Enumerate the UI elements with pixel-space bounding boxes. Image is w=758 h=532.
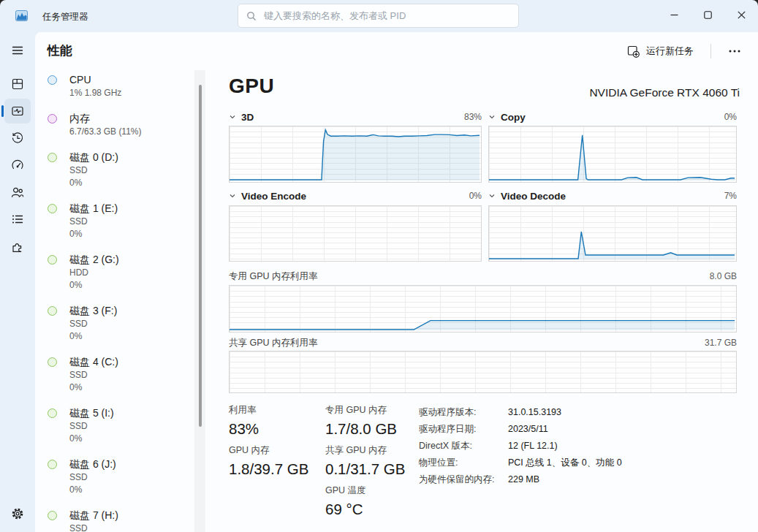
run-new-task-icon bbox=[627, 45, 640, 58]
detail-value: 12 (FL 12.1) bbox=[508, 438, 558, 455]
sidebar-item[interactable]: 磁盘 1 (E:) SSD0% bbox=[35, 202, 194, 240]
detail-value: 2023/5/11 bbox=[508, 421, 548, 438]
nav-performance-button[interactable] bbox=[4, 99, 31, 123]
nav-startup-apps-button[interactable] bbox=[4, 153, 31, 178]
stat-utilization: 利用率 83% bbox=[229, 404, 259, 438]
detail-row: 为硬件保留的内存: 229 MB bbox=[419, 471, 740, 488]
nav-settings-button[interactable] bbox=[4, 501, 31, 526]
sidebar-item-title: 磁盘 6 (J:) bbox=[69, 457, 116, 471]
sidebar-item[interactable]: 磁盘 0 (D:) SSD0% bbox=[35, 151, 194, 189]
mini-graph-icon bbox=[48, 153, 57, 162]
dedicated-memory-max: 8.0 GB bbox=[710, 271, 737, 281]
stat-label: GPU 内存 bbox=[229, 444, 308, 457]
processes-icon bbox=[11, 77, 24, 91]
detail-label: DirectX 版本: bbox=[419, 438, 508, 455]
sidebar-item[interactable]: 内存 6.7/63.3 GB (11%) bbox=[35, 112, 194, 138]
window-title: 任务管理器 bbox=[42, 11, 88, 23]
run-new-task-label: 运行新任务 bbox=[646, 45, 694, 58]
sidebar-item-detail: 0% bbox=[69, 279, 119, 292]
chevron-down-icon[interactable] bbox=[229, 113, 236, 121]
mini-graph-icon bbox=[48, 114, 57, 123]
detail-value: 31.0.15.3193 bbox=[508, 404, 561, 421]
sidebar-item-title: 磁盘 4 (C:) bbox=[69, 355, 118, 369]
detail-value: PCI 总线 1、设备 0、功能 0 bbox=[508, 455, 622, 471]
sidebar-item[interactable]: 磁盘 7 (H:) SSD bbox=[35, 509, 194, 532]
chart-video-decode bbox=[488, 205, 737, 262]
chart-copy bbox=[488, 126, 737, 183]
chart-name-video-encode: Video Encode bbox=[241, 191, 306, 202]
more-options-button[interactable] bbox=[721, 41, 748, 61]
sidebar-item-detail: SSD bbox=[69, 471, 116, 484]
chart-value-copy: 0% bbox=[724, 112, 737, 122]
sidebar-item-title: 磁盘 1 (E:) bbox=[69, 202, 118, 216]
mini-graph-icon bbox=[48, 408, 57, 418]
chevron-down-icon[interactable] bbox=[488, 192, 496, 200]
sidebar-item-title: 磁盘 0 (D:) bbox=[69, 151, 118, 164]
stat-value: 83% bbox=[229, 420, 259, 438]
page-title: 性能 bbox=[48, 42, 72, 59]
nav-app-history-button[interactable] bbox=[4, 126, 31, 151]
detail-row: 驱动程序日期: 2023/5/11 bbox=[419, 421, 740, 438]
sidebar-item-detail: SSD bbox=[69, 318, 117, 330]
sidebar-item-title: CPU bbox=[69, 73, 121, 87]
nav-services-button[interactable] bbox=[4, 234, 31, 259]
chart-dedicated-memory bbox=[229, 285, 737, 332]
stat-value: 69 °C bbox=[325, 501, 366, 518]
detail-label: 驱动程序日期: bbox=[419, 421, 508, 438]
ellipsis-icon bbox=[729, 50, 740, 53]
stat-label: 专用 GPU 内存 bbox=[325, 404, 397, 417]
sidebar-list: CPU 1% 1.98 GHz 内存 6.7/63.3 GB (11%) 磁盘 … bbox=[35, 70, 194, 532]
gear-icon bbox=[11, 507, 24, 520]
performance-icon bbox=[11, 104, 24, 118]
run-new-task-button[interactable]: 运行新任务 bbox=[619, 39, 702, 63]
stat-label: GPU 温度 bbox=[325, 484, 366, 497]
sidebar-item[interactable]: 磁盘 2 (G:) HDD0% bbox=[35, 253, 194, 292]
mini-graph-icon bbox=[48, 511, 57, 520]
sidebar-item-title: 磁盘 5 (I:) bbox=[69, 406, 114, 420]
content-panel: 性能 运行新任务 CPU 1% 1.98 GHz 内存 6.7/63.3 GB … bbox=[35, 32, 758, 532]
sidebar-item[interactable]: 磁盘 4 (C:) SSD0% bbox=[35, 355, 194, 394]
maximize-button[interactable] bbox=[691, 0, 724, 29]
hamburger-menu-button[interactable] bbox=[4, 38, 31, 63]
sidebar-item-detail: SSD bbox=[69, 369, 118, 381]
chevron-down-icon[interactable] bbox=[488, 113, 496, 121]
sidebar-item-detail: SSD bbox=[69, 216, 118, 228]
chevron-down-icon[interactable] bbox=[229, 192, 236, 200]
stat-value: 1.8/39.7 GB bbox=[229, 460, 308, 478]
sidebar-item[interactable]: 磁盘 6 (J:) SSD0% bbox=[35, 457, 194, 496]
search-input[interactable] bbox=[264, 10, 510, 21]
titlebar: 任务管理器 bbox=[0, 0, 758, 32]
search-box[interactable] bbox=[238, 4, 519, 28]
header-divider bbox=[710, 44, 711, 58]
sidebar-item-title: 磁盘 3 (F:) bbox=[69, 304, 117, 318]
detail-value: 229 MB bbox=[508, 471, 539, 488]
maximize-icon bbox=[704, 11, 712, 19]
chart-value-3d: 83% bbox=[464, 112, 482, 122]
gpu-title: GPU bbox=[229, 75, 274, 98]
scrollbar-thumb[interactable] bbox=[199, 85, 202, 427]
puzzle-piece-icon bbox=[11, 240, 24, 253]
nav-users-button[interactable] bbox=[4, 180, 31, 205]
sidebar-item-detail: 1% 1.98 GHz bbox=[69, 87, 121, 99]
sidebar-item[interactable]: 磁盘 3 (F:) SSD0% bbox=[35, 304, 194, 343]
shared-memory-chart-title: 共享 GPU 内存利用率 bbox=[229, 337, 318, 349]
minimize-button[interactable] bbox=[657, 0, 691, 29]
chart-header-3d: 3D bbox=[229, 110, 254, 123]
minimize-icon bbox=[670, 11, 678, 19]
nav-processes-button[interactable] bbox=[4, 72, 31, 96]
sidebar-item-title: 磁盘 2 (G:) bbox=[69, 253, 119, 267]
close-button[interactable] bbox=[724, 0, 758, 29]
sidebar-item[interactable]: CPU 1% 1.98 GHz bbox=[35, 73, 194, 99]
stat-dedicated-memory: 专用 GPU 内存 1.7/8.0 GB bbox=[325, 404, 397, 438]
sidebar-item-detail: 0% bbox=[69, 228, 118, 240]
chart-shared-memory bbox=[229, 351, 737, 393]
sidebar-scrollbar bbox=[194, 70, 205, 532]
mini-graph-icon bbox=[48, 460, 57, 469]
stat-value: 0.1/31.7 GB bbox=[325, 460, 405, 478]
nav-details-button[interactable] bbox=[4, 207, 31, 232]
chart-name-3d: 3D bbox=[241, 112, 254, 123]
users-icon bbox=[11, 186, 24, 199]
details-list-icon bbox=[11, 213, 24, 226]
sidebar-item[interactable]: 磁盘 5 (I:) SSD0% bbox=[35, 406, 194, 445]
sidebar-item-detail: SSD bbox=[69, 420, 114, 433]
